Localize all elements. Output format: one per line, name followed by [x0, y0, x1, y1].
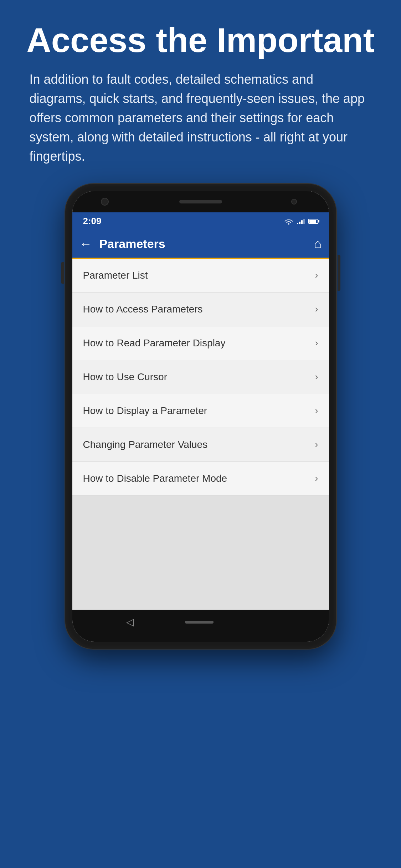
- signal-bar-2: [299, 222, 300, 224]
- menu-item-label: How to Read Parameter Display: [83, 337, 226, 349]
- main-title: Access the Important: [26, 21, 375, 59]
- chevron-right-icon: ›: [315, 439, 318, 450]
- menu-item-label: How to Access Parameters: [83, 304, 203, 315]
- chevron-right-icon: ›: [315, 473, 318, 484]
- menu-item-read-parameter-display[interactable]: How to Read Parameter Display ›: [72, 326, 329, 360]
- chevron-right-icon: ›: [315, 405, 318, 416]
- chevron-right-icon: ›: [315, 337, 318, 348]
- menu-item-parameter-list[interactable]: Parameter List ›: [72, 259, 329, 293]
- phone-inner-screen: 2:09: [72, 191, 329, 642]
- phone-notch: [72, 191, 329, 212]
- menu-item-label: How to Use Cursor: [83, 371, 168, 383]
- signal-bar-3: [301, 220, 303, 224]
- camera-left: [101, 198, 109, 206]
- camera-right: [291, 199, 297, 205]
- menu-list: Parameter List › How to Access Parameter…: [72, 259, 329, 610]
- subtitle-text: In addition to fault codes, detailed sch…: [26, 70, 375, 166]
- menu-item-access-parameters[interactable]: How to Access Parameters ›: [72, 293, 329, 326]
- menu-item-disable-parameter-mode[interactable]: How to Disable Parameter Mode ›: [72, 462, 329, 496]
- phone-content-bottom: [72, 496, 329, 610]
- back-nav-icon[interactable]: ◁: [126, 616, 134, 628]
- chevron-right-icon: ›: [315, 304, 318, 315]
- home-nav-pill[interactable]: [185, 621, 214, 624]
- status-bar: 2:09: [72, 212, 329, 230]
- speaker: [179, 200, 222, 203]
- chevron-right-icon: ›: [315, 270, 318, 281]
- phone-device: 2:09: [65, 184, 336, 649]
- menu-item-label: Parameter List: [83, 270, 148, 281]
- menu-item-changing-parameter-values[interactable]: Changing Parameter Values ›: [72, 428, 329, 462]
- battery-icon: [308, 219, 318, 224]
- phone-bottom-bezel: [72, 635, 329, 642]
- menu-item-label: How to Disable Parameter Mode: [83, 473, 227, 484]
- back-button[interactable]: ←: [79, 236, 92, 251]
- home-button[interactable]: ⌂: [314, 236, 322, 251]
- phone-outer-shell: 2:09: [65, 184, 336, 649]
- header-section: Access the Important In addition to faul…: [26, 21, 375, 166]
- menu-item-use-cursor[interactable]: How to Use Cursor ›: [72, 360, 329, 394]
- header-title: Parameters: [99, 237, 314, 251]
- wifi-icon: [284, 218, 293, 225]
- signal-bar-1: [297, 223, 298, 224]
- signal-bar-4: [303, 219, 305, 224]
- status-icons: [284, 218, 318, 225]
- menu-item-label: How to Display a Parameter: [83, 405, 207, 417]
- status-time: 2:09: [83, 216, 102, 227]
- menu-item-label: Changing Parameter Values: [83, 439, 208, 450]
- chevron-right-icon: ›: [315, 371, 318, 382]
- menu-item-display-parameter[interactable]: How to Display a Parameter ›: [72, 394, 329, 428]
- phone-nav-bar: ◁: [72, 610, 329, 635]
- battery-fill: [309, 220, 316, 223]
- app-header: ← Parameters ⌂: [72, 230, 329, 259]
- signal-bars-icon: [297, 218, 305, 224]
